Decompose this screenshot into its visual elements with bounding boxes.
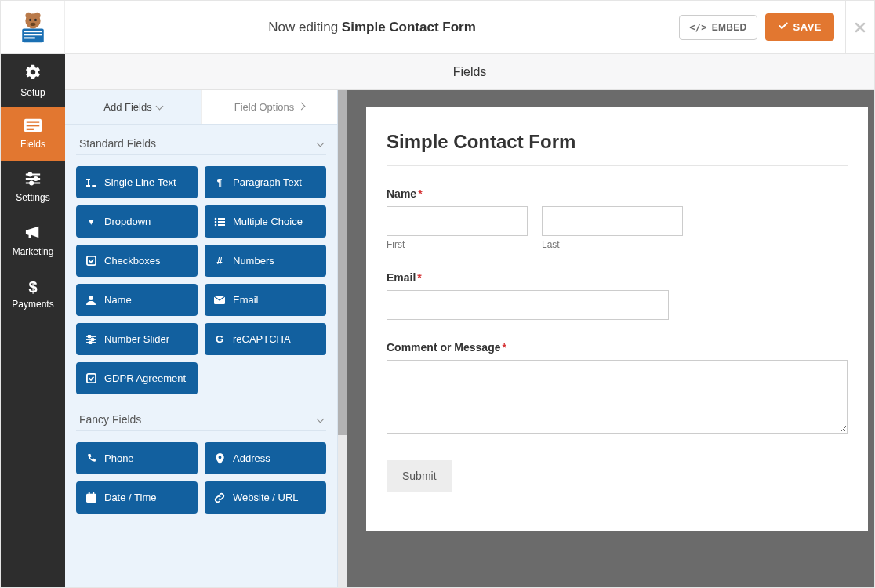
nav-marketing[interactable]: Marketing: [1, 214, 65, 267]
field-gdpr-agreement[interactable]: GDPR Agreement: [76, 362, 198, 394]
preview-field-email[interactable]: Email*: [387, 270, 848, 320]
svg-rect-11: [27, 122, 40, 123]
nav-fields[interactable]: Fields: [1, 107, 65, 161]
text-width-icon: [85, 178, 96, 187]
paragraph-icon: ¶: [214, 176, 225, 188]
chevron-right-icon: [299, 101, 304, 113]
svg-point-17: [34, 177, 38, 180]
field-address[interactable]: Address: [205, 442, 326, 474]
svg-rect-8: [24, 34, 42, 35]
svg-rect-9: [24, 37, 35, 38]
tab-add-fields[interactable]: Add Fields: [65, 90, 201, 124]
nav-label: Payments: [12, 299, 53, 310]
save-label: SAVE: [793, 21, 822, 33]
svg-point-4: [34, 18, 36, 20]
chevron-down-icon: [318, 413, 323, 426]
tab-field-options[interactable]: Field Options: [201, 90, 337, 124]
svg-point-2: [34, 12, 40, 18]
required-asterisk: *: [418, 187, 422, 200]
dollar-icon: $: [28, 279, 37, 295]
form-icon: [24, 118, 42, 135]
editing-title: Now editing Simple Contact Form: [65, 20, 679, 35]
calendar-icon: [85, 492, 96, 503]
hash-icon: #: [214, 255, 225, 267]
phone-icon: [85, 453, 96, 463]
nav-settings[interactable]: Settings: [1, 161, 65, 214]
check-icon: [778, 20, 789, 34]
nav-label: Marketing: [13, 246, 54, 257]
form-title: Simple Contact Form: [387, 131, 848, 166]
editing-form-name: Simple Contact Form: [342, 20, 476, 34]
svg-point-34: [89, 341, 91, 343]
required-asterisk: *: [502, 341, 506, 354]
close-editor-button[interactable]: [846, 1, 874, 54]
svg-point-15: [28, 172, 31, 176]
form-preview[interactable]: Simple Contact Form Name* First Last Ema…: [366, 107, 868, 531]
app-logo: [1, 1, 65, 54]
scrollbar-thumb[interactable]: [338, 90, 347, 435]
section-fancy-fields[interactable]: Fancy Fields: [76, 401, 326, 431]
fancy-fields-grid: Phone Address Date / Time Website / URL: [76, 442, 326, 514]
nav-label: Setup: [20, 87, 45, 98]
submit-button[interactable]: Submit: [387, 460, 452, 492]
embed-button[interactable]: </> EMBED: [679, 15, 757, 40]
field-single-line-text[interactable]: Single Line Text: [76, 166, 198, 198]
field-checkboxes[interactable]: Checkboxes: [76, 245, 198, 277]
svg-point-27: [89, 296, 93, 300]
field-date-time[interactable]: Date / Time: [76, 481, 198, 514]
svg-point-1: [25, 12, 31, 18]
field-website-url[interactable]: Website / URL: [205, 481, 326, 514]
svg-rect-39: [93, 492, 94, 495]
sublabel-last: Last: [542, 239, 683, 250]
caret-down-icon: ▾: [85, 216, 96, 227]
gear-icon: [24, 64, 42, 83]
close-icon: [852, 20, 868, 35]
field-multiple-choice[interactable]: Multiple Choice: [205, 205, 326, 238]
user-icon: [85, 295, 96, 305]
form-canvas[interactable]: Simple Contact Form Name* First Last Ema…: [347, 90, 874, 587]
marker-icon: [214, 453, 225, 464]
code-icon: </>: [689, 22, 707, 33]
topbar: Now editing Simple Contact Form </> EMBE…: [1, 1, 874, 54]
email-input[interactable]: [387, 290, 669, 320]
sliders-icon: [24, 172, 42, 188]
svg-point-20: [215, 217, 217, 220]
save-button[interactable]: SAVE: [765, 13, 834, 41]
field-recaptcha[interactable]: GreCAPTCHA: [205, 323, 326, 355]
svg-point-24: [215, 223, 217, 226]
svg-rect-13: [27, 129, 34, 130]
required-asterisk: *: [417, 271, 421, 284]
sidepanel-scrollbar[interactable]: [338, 90, 347, 587]
nav-setup[interactable]: Setup: [1, 54, 65, 107]
field-number-slider[interactable]: Number Slider: [76, 323, 198, 355]
svg-rect-21: [218, 218, 225, 220]
comment-textarea[interactable]: [387, 360, 848, 434]
bullhorn-icon: [24, 224, 42, 242]
svg-rect-7: [24, 31, 42, 32]
section-standard-fields[interactable]: Standard Fields: [76, 125, 326, 155]
preview-field-name[interactable]: Name* First Last: [387, 187, 848, 250]
field-phone[interactable]: Phone: [76, 442, 198, 474]
field-email[interactable]: Email: [205, 284, 326, 316]
left-nav: Setup Fields Settings Marketing $ Paymen…: [1, 54, 65, 587]
svg-point-5: [30, 22, 35, 25]
check-square-icon: [85, 373, 96, 383]
field-name[interactable]: Name: [76, 284, 198, 316]
preview-field-comment[interactable]: Comment or Message*: [387, 340, 848, 437]
field-paragraph-text[interactable]: ¶Paragraph Text: [205, 166, 326, 198]
main-area: Add Fields Field Options Standard Fields…: [65, 90, 874, 587]
sublabel-first: First: [387, 239, 528, 250]
svg-rect-26: [86, 256, 95, 265]
envelope-icon: [214, 296, 225, 304]
svg-point-3: [29, 18, 31, 20]
editing-prefix: Now editing: [268, 20, 338, 34]
name-last-input[interactable]: [542, 206, 683, 236]
svg-rect-23: [218, 221, 225, 223]
chevron-down-icon: [318, 137, 323, 150]
svg-rect-12: [27, 125, 40, 126]
name-first-input[interactable]: [387, 206, 528, 236]
field-dropdown[interactable]: ▾Dropdown: [76, 205, 198, 238]
field-numbers[interactable]: #Numbers: [205, 245, 326, 277]
nav-payments[interactable]: $ Payments: [1, 267, 65, 321]
link-icon: [214, 492, 225, 503]
